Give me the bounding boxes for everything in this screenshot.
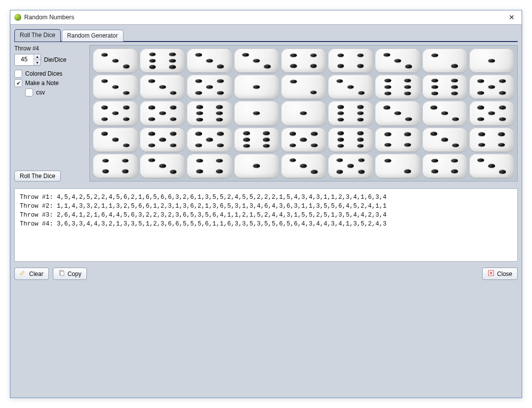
spinner-down[interactable]: ▼ — [34, 60, 41, 66]
dice-count-value: 45 — [15, 54, 34, 65]
dice-count-row: 45 ▲ ▼ Die/Dice — [14, 54, 86, 66]
close-icon — [488, 270, 494, 278]
die — [234, 128, 279, 152]
copy-icon — [58, 270, 65, 278]
csv-label: csv — [36, 89, 45, 96]
tab-roll-the-dice[interactable]: Roll The Dice — [14, 29, 61, 42]
die — [93, 48, 138, 73]
die — [375, 154, 420, 178]
die — [328, 128, 373, 152]
tab-random-generator[interactable]: Random Generator — [62, 30, 123, 42]
die — [422, 101, 467, 125]
roll-the-dice-button[interactable]: Roll The Dice — [14, 171, 61, 181]
die — [422, 75, 467, 99]
die — [187, 75, 232, 99]
die — [281, 101, 326, 125]
die — [93, 101, 138, 125]
die — [140, 75, 185, 99]
make-note-checkbox[interactable] — [14, 79, 22, 87]
die — [469, 128, 514, 152]
clear-button[interactable]: Clear — [14, 268, 49, 280]
csv-checkbox[interactable] — [25, 89, 33, 96]
svg-rect-1 — [60, 272, 64, 276]
die — [281, 128, 326, 152]
die — [93, 128, 138, 152]
close-button[interactable]: Close — [482, 268, 518, 280]
die — [93, 75, 138, 99]
die — [469, 75, 514, 99]
tab-label: Random Generator — [67, 32, 118, 39]
die — [187, 101, 232, 125]
top-row: Throw #4 45 ▲ ▼ Die/Dice — [14, 45, 518, 181]
make-note-row[interactable]: Make a Note — [14, 79, 86, 87]
die — [469, 154, 514, 178]
colored-dices-checkbox[interactable] — [14, 70, 22, 78]
window-close-button[interactable]: ✕ — [506, 12, 518, 22]
die — [187, 128, 232, 152]
spinner-up[interactable]: ▲ — [34, 54, 41, 60]
die — [140, 128, 185, 152]
colored-dices-label: Colored Dices — [25, 70, 62, 77]
copy-button[interactable]: Copy — [53, 268, 87, 280]
log-line: Throw #1: 4,5,4,2,5,2,2,4,5,6,2,1,6,5,6,… — [20, 193, 512, 202]
die — [281, 154, 326, 178]
tab-label: Roll The Dice — [20, 32, 55, 39]
log-line: Throw #3: 2,6,4,1,2,1,6,4,4,5,6,3,2,2,3,… — [20, 211, 512, 220]
csv-row[interactable]: csv — [25, 89, 86, 96]
log-line: Throw #2: 1,1,4,3,3,2,1,1,3,2,5,6,6,1,2,… — [20, 202, 512, 211]
die — [328, 75, 373, 99]
die — [422, 154, 467, 178]
die — [469, 48, 514, 73]
titlebar: Random Numbers ✕ — [10, 10, 522, 25]
die — [375, 128, 420, 152]
clear-icon — [20, 270, 27, 278]
button-bar: Clear Copy Close — [14, 268, 518, 280]
die — [328, 48, 373, 73]
die — [234, 154, 279, 178]
die — [375, 75, 420, 99]
tab-strip: Roll The Dice Random Generator — [14, 29, 518, 41]
colored-dices-row[interactable]: Colored Dices — [14, 70, 86, 78]
window: Random Numbers ✕ Roll The Dice Random Ge… — [10, 10, 522, 398]
die — [234, 75, 279, 99]
body-area: Roll The Dice Random Generator Throw #4 — [10, 25, 522, 398]
die — [140, 154, 185, 178]
make-note-label: Make a Note — [25, 80, 59, 87]
die — [234, 101, 279, 125]
log-textarea[interactable]: Throw #1: 4,5,4,2,5,2,2,4,5,6,2,1,6,5,6,… — [14, 188, 518, 262]
die — [281, 48, 326, 73]
die — [187, 48, 232, 73]
window-title: Random Numbers — [24, 14, 506, 21]
die — [328, 101, 373, 125]
die — [281, 75, 326, 99]
die — [375, 101, 420, 125]
die — [93, 154, 138, 178]
die — [375, 48, 420, 73]
die — [422, 128, 467, 152]
dice-board — [89, 45, 518, 181]
dice-count-spinner[interactable]: 45 ▲ ▼ — [14, 54, 41, 66]
log-line: Throw #4: 3,6,3,3,4,4,3,2,1,3,3,5,1,2,3,… — [20, 220, 512, 228]
side-controls: Throw #4 45 ▲ ▼ Die/Dice — [14, 45, 89, 181]
app-icon — [14, 14, 21, 21]
die — [469, 101, 514, 125]
die — [187, 154, 232, 178]
tab-panel: Throw #4 45 ▲ ▼ Die/Dice — [14, 45, 518, 393]
die — [422, 48, 467, 73]
die — [140, 101, 185, 125]
throw-label: Throw #4 — [14, 45, 86, 52]
die — [328, 154, 373, 178]
dice-count-label: Die/Dice — [44, 56, 66, 63]
die — [234, 48, 279, 73]
die — [140, 48, 185, 73]
